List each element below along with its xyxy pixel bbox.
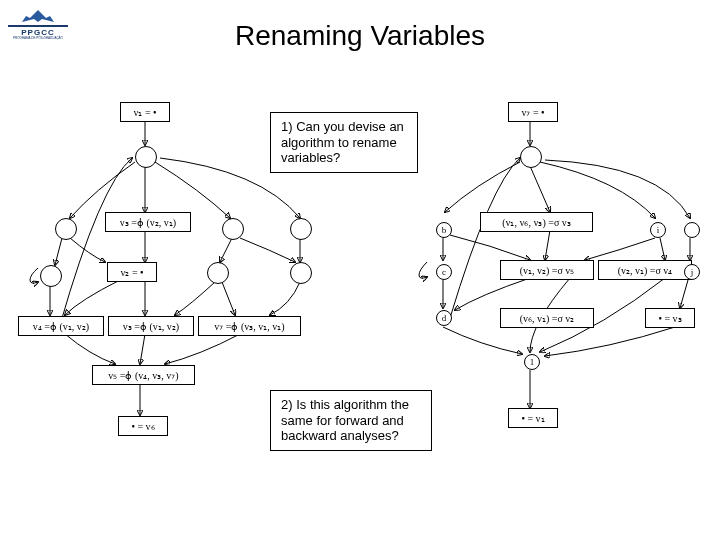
page-title: Renaming Variables [0,20,720,52]
node-sigma-v4: (v₂, v₁) =σ v₄ [598,260,692,280]
node-i: i [650,222,666,238]
node-v7-def: v₇ = • [508,102,558,122]
node-circle [55,218,77,240]
node-v3b-phi: v₃ =ϕ (v₁, v₂) [108,316,194,336]
node-use-v1: • = v₁ [508,408,558,428]
question-2-box: 2) Is this algorithm the same for forwar… [270,390,432,451]
node-circle [290,218,312,240]
node-circle [222,218,244,240]
node-circle [135,146,157,168]
node-sigma-v2: (v₆, v₁) =σ v₂ [500,308,594,328]
question-1-box: 1) Can you devise an algorithm to rename… [270,112,418,173]
node-j: j [684,264,700,280]
node-circle [290,262,312,284]
node-b: b [436,222,452,238]
node-v7-phi: v₇ =ϕ (v₃, v₁, v₁) [198,316,301,336]
node-c: c [436,264,452,280]
diagram: v₁ = • v₃ =ϕ (v₂, v₁) v₂ = • v₄ =ϕ (v₁, … [0,90,720,520]
node-circle [520,146,542,168]
node-l: 1 [524,354,540,370]
node-sigma-v5: (v₁, v₂) =σ v₅ [500,260,594,280]
node-v3-phi: v₃ =ϕ (v₂, v₁) [105,212,191,232]
node-use-v3: • = v₃ [645,308,695,328]
node-v4-phi: v₄ =ϕ (v₁, v₂) [18,316,104,336]
node-circle-small [684,222,700,238]
node-circle [207,262,229,284]
node-v1-def: v₁ = • [120,102,170,122]
node-v5-phi: v₅ =ϕ (v₄, v₃, v₇) [92,365,195,385]
node-sigma-v3: (v₁, v₆, v₃) =σ v₃ [480,212,593,232]
node-v2-def: v₂ = • [107,262,157,282]
node-circle [40,265,62,287]
node-use-v6: • = v₆ [118,416,168,436]
node-d: d [436,310,452,326]
